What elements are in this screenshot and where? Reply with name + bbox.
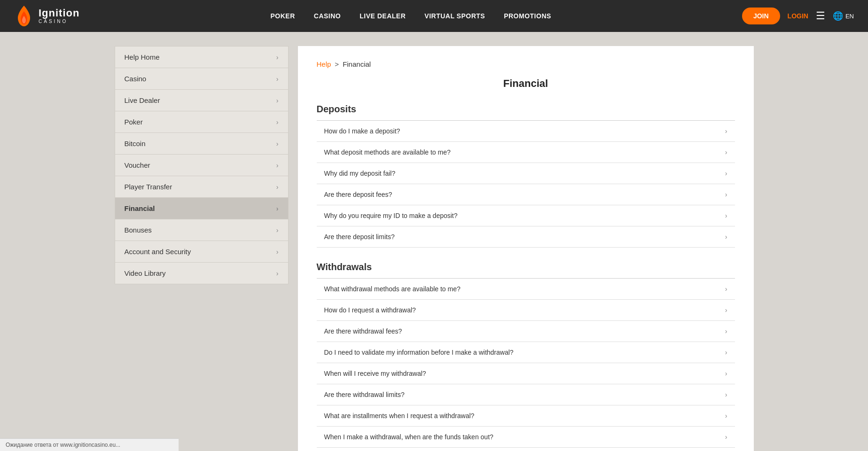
chevron-right-icon: › bbox=[725, 127, 727, 135]
sidebar-item-financial[interactable]: Financial › bbox=[115, 197, 289, 219]
chevron-right-icon: › bbox=[725, 233, 727, 241]
sidebar-item-player-transfer[interactable]: Player Transfer › bbox=[115, 176, 289, 197]
sidebar-item-voucher[interactable]: Voucher › bbox=[115, 154, 289, 176]
sidebar-item-video-library[interactable]: Video Library › bbox=[115, 262, 289, 284]
faq-label: How do I make a deposit? bbox=[324, 127, 400, 135]
sidebar-item-live-dealer[interactable]: Live Dealer › bbox=[115, 89, 289, 111]
header-right: JOIN LOGIN ☰ 🌐 EN bbox=[742, 8, 854, 24]
sidebar-item-poker[interactable]: Poker › bbox=[115, 111, 289, 132]
faq-item-withdrawal-7[interactable]: When I make a withdrawal, when are the f… bbox=[317, 427, 735, 448]
sidebar-item-help-home[interactable]: Help Home › bbox=[115, 46, 289, 68]
faq-item-withdrawal-2[interactable]: Are there withdrawal fees? › bbox=[317, 321, 735, 342]
breadcrumb-separator: > bbox=[335, 60, 339, 68]
sidebar-item-account-security[interactable]: Account and Security › bbox=[115, 241, 289, 262]
chevron-right-icon: › bbox=[725, 433, 727, 441]
breadcrumb-help-link[interactable]: Help bbox=[317, 60, 331, 68]
deposits-faq-list: How do I make a deposit? › What deposit … bbox=[317, 120, 735, 248]
chevron-right-icon: › bbox=[725, 212, 727, 219]
chevron-right-icon: › bbox=[725, 349, 727, 356]
logo-area[interactable]: Ignition CASINO bbox=[14, 5, 79, 27]
nav-live-dealer[interactable]: LIVE DEALER bbox=[360, 12, 406, 20]
chevron-icon: › bbox=[276, 75, 279, 83]
chevron-right-icon: › bbox=[725, 391, 727, 398]
faq-item-withdrawal-8[interactable]: Can I cancel my withdrawal after request… bbox=[317, 448, 735, 451]
lang-label: EN bbox=[845, 13, 854, 20]
nav-casino[interactable]: CASINO bbox=[314, 12, 341, 20]
nav-poker[interactable]: POKER bbox=[270, 12, 295, 20]
globe-icon: 🌐 bbox=[833, 11, 843, 21]
chevron-icon: › bbox=[276, 118, 279, 126]
sidebar-item-bitcoin[interactable]: Bitcoin › bbox=[115, 132, 289, 154]
chevron-right-icon: › bbox=[725, 306, 727, 314]
chevron-right-icon: › bbox=[725, 370, 727, 377]
faq-label: Why do you require my ID to make a depos… bbox=[324, 212, 458, 219]
chevron-icon: › bbox=[276, 54, 279, 61]
faq-label: Why did my deposit fail? bbox=[324, 170, 396, 177]
main-content: Help > Financial Financial Deposits How … bbox=[298, 46, 754, 451]
faq-item-withdrawal-5[interactable]: Are there withdrawal limits? › bbox=[317, 384, 735, 405]
withdrawals-section: Withdrawals What withdrawal methods are … bbox=[317, 262, 735, 451]
sidebar-item-casino[interactable]: Casino › bbox=[115, 68, 289, 89]
chevron-icon: › bbox=[276, 140, 279, 148]
faq-label: What are installments when I request a w… bbox=[324, 412, 475, 420]
sidebar-item-bonuses[interactable]: Bonuses › bbox=[115, 219, 289, 241]
deposits-section: Deposits How do I make a deposit? › What… bbox=[317, 104, 735, 248]
header: Ignition CASINO POKER CASINO LIVE DEALER… bbox=[0, 0, 868, 32]
faq-label: Are there deposit fees? bbox=[324, 191, 392, 198]
faq-item-deposit-5[interactable]: Are there deposit limits? › bbox=[317, 226, 735, 248]
language-selector[interactable]: 🌐 EN bbox=[833, 11, 854, 21]
faq-label: Do I need to validate my information bef… bbox=[324, 349, 514, 356]
nav-promotions[interactable]: PROMOTIONS bbox=[504, 12, 551, 20]
breadcrumb-current: Financial bbox=[343, 60, 371, 68]
faq-item-deposit-1[interactable]: What deposit methods are available to me… bbox=[317, 142, 735, 163]
chevron-right-icon: › bbox=[725, 191, 727, 198]
chevron-right-icon: › bbox=[725, 148, 727, 156]
logo-text: Ignition CASINO bbox=[39, 8, 79, 24]
faq-label: Are there deposit limits? bbox=[324, 233, 395, 241]
status-bar: Ожидание ответа от www.ignitioncasino.eu… bbox=[0, 438, 179, 451]
chevron-icon: › bbox=[276, 205, 279, 212]
chevron-icon: › bbox=[276, 97, 279, 104]
chevron-right-icon: › bbox=[725, 412, 727, 420]
faq-item-withdrawal-6[interactable]: What are installments when I request a w… bbox=[317, 405, 735, 427]
faq-label: What deposit methods are available to me… bbox=[324, 148, 451, 156]
nav-virtual-sports[interactable]: VIRTUAL SPORTS bbox=[424, 12, 485, 20]
logo-ignition: Ignition bbox=[39, 8, 79, 18]
chevron-icon: › bbox=[276, 183, 279, 191]
login-button[interactable]: LOGIN bbox=[788, 12, 808, 20]
chevron-right-icon: › bbox=[725, 170, 727, 177]
chevron-icon: › bbox=[276, 162, 279, 169]
faq-label: When will I receive my withdrawal? bbox=[324, 370, 426, 377]
withdrawals-heading: Withdrawals bbox=[317, 262, 735, 272]
status-text: Ожидание ответа от www.ignitioncasino.eu… bbox=[6, 442, 120, 448]
main-nav: POKER CASINO LIVE DEALER VIRTUAL SPORTS … bbox=[270, 12, 551, 20]
faq-label: When I make a withdrawal, when are the f… bbox=[324, 433, 493, 441]
deposits-heading: Deposits bbox=[317, 104, 735, 115]
faq-label: Are there withdrawal fees? bbox=[324, 327, 402, 335]
page-wrap: Help Home › Casino › Live Dealer › Poker… bbox=[105, 32, 763, 451]
faq-item-withdrawal-0[interactable]: What withdrawal methods are available to… bbox=[317, 279, 735, 300]
chevron-icon: › bbox=[276, 226, 279, 234]
faq-label: What withdrawal methods are available to… bbox=[324, 285, 461, 293]
chevron-right-icon: › bbox=[725, 285, 727, 293]
chevron-icon: › bbox=[276, 248, 279, 256]
breadcrumb: Help > Financial bbox=[317, 60, 735, 68]
faq-item-deposit-4[interactable]: Why do you require my ID to make a depos… bbox=[317, 205, 735, 226]
logo-flame-icon bbox=[14, 5, 34, 27]
chevron-right-icon: › bbox=[725, 327, 727, 335]
faq-item-withdrawal-4[interactable]: When will I receive my withdrawal? › bbox=[317, 363, 735, 384]
faq-item-withdrawal-3[interactable]: Do I need to validate my information bef… bbox=[317, 342, 735, 363]
join-button[interactable]: JOIN bbox=[742, 8, 780, 24]
chevron-icon: › bbox=[276, 270, 279, 277]
page-title: Financial bbox=[317, 78, 735, 90]
withdrawals-faq-list: What withdrawal methods are available to… bbox=[317, 278, 735, 451]
logo-casino: CASINO bbox=[39, 19, 79, 24]
faq-item-deposit-0[interactable]: How do I make a deposit? › bbox=[317, 121, 735, 142]
faq-label: How do I request a withdrawal? bbox=[324, 306, 416, 314]
faq-item-deposit-2[interactable]: Why did my deposit fail? › bbox=[317, 163, 735, 184]
sidebar: Help Home › Casino › Live Dealer › Poker… bbox=[115, 46, 289, 451]
faq-label: Are there withdrawal limits? bbox=[324, 391, 405, 398]
hamburger-icon[interactable]: ☰ bbox=[816, 10, 825, 22]
faq-item-deposit-3[interactable]: Are there deposit fees? › bbox=[317, 184, 735, 205]
faq-item-withdrawal-1[interactable]: How do I request a withdrawal? › bbox=[317, 300, 735, 321]
